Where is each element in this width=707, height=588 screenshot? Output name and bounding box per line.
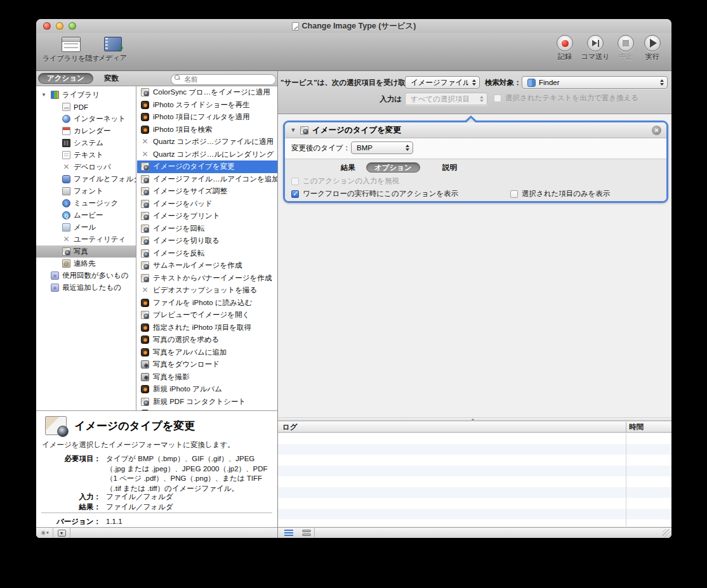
action-list-item[interactable]: 新規 iPhoto アルバム <box>137 383 277 396</box>
action-list-item[interactable]: ColorSync プロ…をイメージに適用 <box>137 86 277 99</box>
action-list-item[interactable]: iPhoto 項目を検索 <box>137 124 277 136</box>
window-resize-grip[interactable] <box>663 529 671 537</box>
disclosure-triangle[interactable]: ▼ <box>290 127 296 133</box>
action-list-item[interactable]: 写真の選択を求める <box>137 334 277 346</box>
result-value: ファイル／フォルダ <box>106 502 271 513</box>
splitter-handle[interactable] <box>472 419 474 421</box>
action-list-item[interactable]: 新規 PDF コンタクトシート <box>137 396 277 408</box>
hide-library-button[interactable]: ライブラリを隠す <box>43 37 100 63</box>
workflow-bottom-bar <box>278 527 671 538</box>
checkbox-checked-icon[interactable] <box>291 190 299 198</box>
zoom-window-button[interactable] <box>69 22 76 30</box>
action-list-item[interactable]: ファイルを iPhoto に読み込む <box>137 297 277 310</box>
action-list-item[interactable]: iPhoto 項目にフィルタを適用 <box>137 111 277 124</box>
tab-results[interactable]: 結果 <box>341 163 355 173</box>
log-list-view-button[interactable] <box>281 528 297 538</box>
action-list-item[interactable]: プレビューでイメージを開く <box>137 309 277 322</box>
movies-icon: Q <box>62 211 70 219</box>
photo-icon <box>141 88 149 96</box>
titlebar[interactable]: Change Image Type (サービス) <box>36 19 671 33</box>
tab-options[interactable]: オプション <box>366 162 420 173</box>
sidebar-item[interactable]: ✕デベロッパ <box>36 161 136 173</box>
sidebar-item[interactable]: PDF <box>36 101 136 113</box>
panel-resize-grip[interactable] <box>267 530 274 536</box>
checkbox-icon[interactable] <box>510 190 518 198</box>
sidebar-item[interactable]: メール <box>36 221 136 233</box>
disclosure-triangle[interactable]: ▼ <box>40 92 48 98</box>
action-list-item[interactable]: 写真を撮影 <box>137 371 277 384</box>
gear-menu-button[interactable]: ✳▾ <box>36 528 53 538</box>
sidebar-item[interactable]: システム <box>36 137 136 149</box>
sidebar-item[interactable]: ✳使用回数が多いもの <box>36 270 136 282</box>
toggle-description-button[interactable]: ▼ <box>53 528 70 538</box>
action-list-item[interactable]: ✕Quartz コンポジ…ジファイルに適用 <box>137 136 277 148</box>
action-list-item-label: イメージを回転 <box>153 224 205 233</box>
close-action-icon[interactable]: × <box>652 126 661 135</box>
close-window-button[interactable] <box>43 22 51 30</box>
sidebar-item[interactable]: フォント <box>36 185 136 197</box>
action-list-item[interactable]: イメージのタイプを変更 <box>137 160 277 173</box>
sidebar-item[interactable]: ✕ユーティリティ <box>36 233 136 245</box>
action-list-item[interactable]: テキストからバナーイメージを作成 <box>137 272 277 285</box>
action-list-item[interactable]: イメージファイル…ルアイコンを追加 <box>137 173 277 186</box>
action-list-item-label: イメージを切り取る <box>153 236 220 245</box>
search-input[interactable] <box>171 74 276 85</box>
sidebar-item-label: インターネット <box>74 114 126 124</box>
log-rows-view-button[interactable] <box>298 528 315 538</box>
type-popup[interactable]: BMP <box>351 141 413 154</box>
sidebar-item[interactable]: ▼ライブラリ <box>36 89 136 101</box>
sidebar-item[interactable]: 写真 <box>36 245 136 258</box>
sidebar-item[interactable]: テキスト <box>36 149 136 161</box>
minimize-window-button[interactable] <box>56 22 63 30</box>
sidebar-item[interactable]: インターネット <box>36 113 136 125</box>
iphoto-icon <box>141 348 149 356</box>
sidebar-item-label: テキスト <box>74 150 103 160</box>
step-button[interactable]: コマ送り <box>583 35 608 62</box>
sidebar-item[interactable]: @連絡先 <box>36 258 136 270</box>
tab-actions[interactable]: アクション <box>38 73 93 84</box>
log-column-divider[interactable] <box>626 422 626 432</box>
action-list-item-label: イメージファイル…ルアイコンを追加 <box>153 174 277 184</box>
record-button[interactable]: 記録 <box>552 35 578 62</box>
workflow-canvas[interactable]: ▼ イメージのタイプを変更 × 変更後のタイプ： BMP <box>278 114 671 417</box>
action-list-item[interactable]: イメージをプリント <box>137 210 277 223</box>
action-list-item[interactable]: イメージをサイズ調整 <box>137 185 277 198</box>
tab-variables[interactable]: 変数 <box>104 74 119 83</box>
action-list-item[interactable]: イメージを回転 <box>137 223 277 235</box>
action-list-item-label: 新規 iPhoto アルバム <box>153 384 222 394</box>
action-list-item[interactable]: ✕ビデオスナップショットを撮る <box>137 284 277 297</box>
log-body[interactable] <box>278 433 671 526</box>
sidebar-item[interactable]: Qムービー <box>36 209 136 221</box>
sidebar-item[interactable]: ファイルとフォルダ <box>36 173 136 185</box>
sidebar-item[interactable]: カレンダー <box>36 125 136 137</box>
stop-button: 中止 <box>613 35 638 62</box>
time-column-header[interactable]: 時間 <box>629 422 644 432</box>
sidebar-item[interactable]: ♪ミュージック <box>36 197 136 209</box>
action-list-item[interactable]: 写真をアルバムに追加 <box>137 346 277 359</box>
action-list-item[interactable]: ✕Quartz コンポジ…ルにレンダリング <box>137 148 277 161</box>
action-block-header[interactable]: ▼ イメージのタイプを変更 × <box>285 122 666 138</box>
action-block-tabs: 結果 オプション 説明 <box>285 162 666 173</box>
action-list-item[interactable]: 指定された iPhoto 項目を取得 <box>137 322 277 334</box>
show-selected-only-checkbox[interactable]: 選択された項目のみを表示 <box>510 189 611 199</box>
search-field[interactable] <box>171 73 276 84</box>
photo-icon <box>141 237 149 245</box>
action-list-item[interactable]: イメージをパッド <box>137 198 277 211</box>
action-list-item[interactable]: 写真をダウンロード <box>137 358 277 371</box>
show-action-checkbox[interactable]: ワークフローの実行時にこのアクションを表示 <box>291 189 458 199</box>
service-input-type-popup[interactable]: イメージファイル <box>405 76 480 89</box>
rows-view-icon <box>302 530 311 536</box>
library-panel: アクション 変数 ▼ライブラリPDFインターネットカレンダーシステムテキスト✕デ… <box>36 71 277 538</box>
action-list-item[interactable]: イメージを切り取る <box>137 235 277 247</box>
action-list-item[interactable]: iPhoto スライドショーを再生 <box>137 99 277 112</box>
action-list-item[interactable]: イメージを反転 <box>137 247 277 260</box>
action-list-item[interactable]: サムネールイメージを作成 <box>137 259 277 272</box>
tab-description[interactable]: 説明 <box>442 163 457 173</box>
sidebar-item[interactable]: ✳最近追加したもの <box>36 282 136 294</box>
search-target-popup[interactable]: Finder <box>522 76 668 89</box>
run-button[interactable]: 実行 <box>640 35 665 62</box>
media-button[interactable]: ♪ メディア <box>98 37 127 63</box>
log-column-header[interactable]: ログ <box>282 422 298 432</box>
log-splitter[interactable] <box>278 417 671 421</box>
sidebar-item-label: カレンダー <box>74 126 111 136</box>
